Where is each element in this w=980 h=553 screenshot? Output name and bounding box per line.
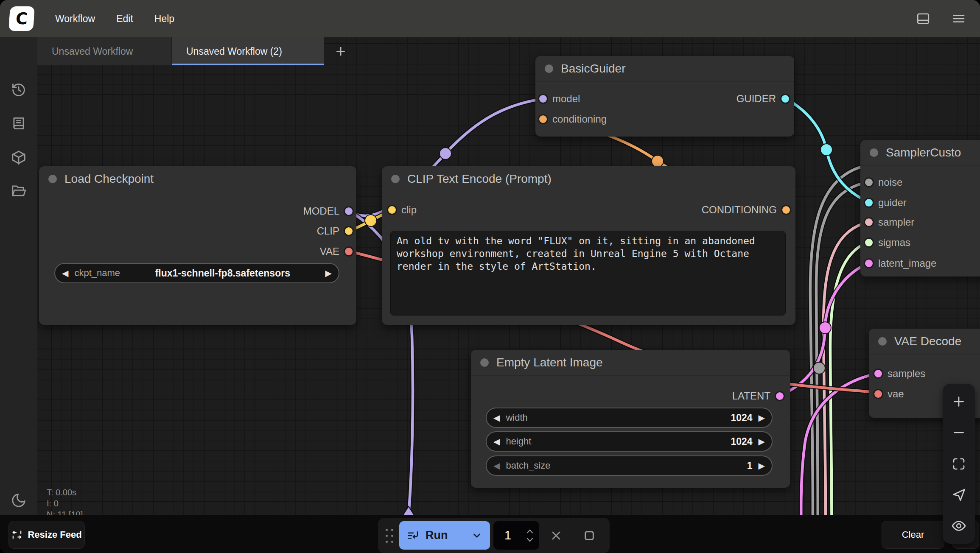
input-slot-conditioning[interactable]: conditioning xyxy=(539,113,607,125)
input-dot-clip[interactable] xyxy=(388,206,396,214)
fit-view-icon[interactable] xyxy=(951,456,966,472)
output-slot-latent[interactable]: LATENT xyxy=(732,390,784,402)
input-slot-samples[interactable]: samples xyxy=(874,368,925,379)
input-slot-model[interactable]: model xyxy=(539,93,580,104)
node-clip-text-encode[interactable]: CLIP Text Encode (Prompt) clip CONDITION… xyxy=(382,166,795,325)
bottom-panel-toggle-icon[interactable] xyxy=(916,11,931,26)
history-icon[interactable] xyxy=(11,82,27,98)
input-dot-conditioning[interactable] xyxy=(539,115,547,123)
input-slot-vae[interactable]: vae xyxy=(874,388,904,399)
output-slot-clip[interactable]: CLIP xyxy=(317,225,353,237)
node-header[interactable]: Load Checkpoint xyxy=(39,166,356,192)
tab-unsaved-workflow-2[interactable]: Unsaved Workflow (2) xyxy=(172,37,324,65)
widget-next-icon[interactable]: ▶ xyxy=(759,461,765,470)
batch-size-widget[interactable]: ◀ batch_size 1 ▶ xyxy=(486,455,773,476)
toggle-visibility-eye-icon[interactable] xyxy=(951,518,966,533)
output-dot-latent[interactable] xyxy=(776,392,784,400)
pan-navigate-icon[interactable] xyxy=(951,487,966,503)
input-dot-sampler[interactable] xyxy=(865,218,873,226)
input-slot-clip[interactable]: clip xyxy=(388,204,417,215)
height-widget[interactable]: ◀ height 1024 ▶ xyxy=(486,431,773,452)
node-library-icon[interactable] xyxy=(11,115,27,131)
node-status-dot xyxy=(545,64,553,73)
input-slot-guider[interactable]: guider xyxy=(865,197,907,208)
widget-next-icon[interactable]: ▶ xyxy=(759,413,765,422)
node-status-dot xyxy=(870,148,878,157)
node-title: Load Checkpoint xyxy=(64,172,154,186)
widget-prev-icon[interactable]: ◀ xyxy=(493,461,500,470)
input-slot-sigmas[interactable]: sigmas xyxy=(865,237,910,248)
run-button[interactable]: Run xyxy=(399,521,490,550)
stop-queue-icon[interactable] xyxy=(582,529,596,542)
widget-prev-icon[interactable]: ◀ xyxy=(493,437,500,446)
spinner-down-icon[interactable] xyxy=(526,537,534,543)
menu-workflow[interactable]: Workflow xyxy=(55,13,95,25)
widget-next-icon[interactable]: ▶ xyxy=(325,269,332,277)
output-slot-guider[interactable]: GUIDER xyxy=(736,93,789,104)
prompt-textarea[interactable]: An old tv with the word "FLUX" on it, si… xyxy=(390,231,786,316)
node-basic-guider[interactable]: BasicGuider model conditioning GUIDER xyxy=(535,56,794,137)
menu-edit[interactable]: Edit xyxy=(116,13,133,25)
output-slot-conditioning[interactable]: CONDITIONING xyxy=(702,204,790,215)
output-dot-vae[interactable] xyxy=(345,248,353,255)
ckpt-name-widget[interactable]: ◀ ckpt_name flux1-schnell-fp8.safetensor… xyxy=(54,263,339,283)
node-sampler-custom-advanced[interactable]: SamplerCusto noise guider sampler sigmas… xyxy=(860,140,980,276)
node-header[interactable]: VAE Decode xyxy=(869,329,980,355)
node-status-dot xyxy=(391,175,400,183)
output-dot-model[interactable] xyxy=(345,207,353,215)
widget-value[interactable]: 1024 xyxy=(731,412,752,424)
zoom-in-icon[interactable] xyxy=(951,394,966,409)
output-slot-model[interactable]: MODEL xyxy=(303,205,353,217)
widget-prev-icon[interactable]: ◀ xyxy=(493,413,500,422)
node-empty-latent-image[interactable]: Empty Latent Image LATENT ◀ width 1024 ▶… xyxy=(471,350,790,488)
tab-unsaved-workflow[interactable]: Unsaved Workflow xyxy=(37,37,172,65)
node-title: SamplerCusto xyxy=(886,146,961,159)
output-dot-clip[interactable] xyxy=(345,227,353,235)
cancel-run-icon[interactable] xyxy=(549,529,563,542)
new-workflow-tab-button[interactable]: + xyxy=(324,37,358,65)
spinner-up-icon[interactable] xyxy=(526,528,534,534)
workflows-folder-icon[interactable] xyxy=(11,183,27,199)
widget-value[interactable]: 1 xyxy=(747,460,753,472)
node-header[interactable]: SamplerCusto xyxy=(860,140,980,166)
node-title: VAE Decode xyxy=(894,335,961,348)
clear-button[interactable]: Clear xyxy=(882,521,944,549)
input-dot-noise[interactable] xyxy=(865,179,873,186)
output-dot-guider[interactable] xyxy=(781,95,789,103)
input-dot-latent-image[interactable] xyxy=(865,260,873,267)
workflow-tabs: Unsaved Workflow Unsaved Workflow (2) + xyxy=(37,37,358,65)
output-slot-vae[interactable]: VAE xyxy=(320,246,353,257)
node-load-checkpoint[interactable]: Load Checkpoint MODEL CLIP VAE ◀ ckpt_na… xyxy=(39,166,356,325)
input-dot-samples[interactable] xyxy=(874,370,882,377)
widget-next-icon[interactable]: ▶ xyxy=(759,437,765,446)
drag-handle[interactable] xyxy=(384,527,395,545)
widget-prev-icon[interactable]: ◀ xyxy=(62,269,68,277)
widget-value[interactable]: 1024 xyxy=(731,436,752,447)
widget-label: ckpt_name xyxy=(74,268,120,279)
output-dot-conditioning[interactable] xyxy=(782,206,790,214)
hamburger-menu-icon[interactable] xyxy=(951,11,966,26)
input-dot-vae[interactable] xyxy=(874,390,882,398)
status-time: T: 0.00s xyxy=(47,487,83,498)
node-header[interactable]: BasicGuider xyxy=(535,56,794,82)
input-slot-latent-image[interactable]: latent_image xyxy=(865,257,936,269)
input-dot-sigmas[interactable] xyxy=(865,239,873,246)
node-header[interactable]: CLIP Text Encode (Prompt) xyxy=(382,166,795,192)
resize-feed-button[interactable]: Resize Feed xyxy=(8,521,85,549)
comfyui-logo[interactable]: C xyxy=(8,6,35,31)
model-library-icon[interactable] xyxy=(11,149,27,165)
comfyui-window: T: 0.00s I: 0 N: 11 [10] Load Checkpoint… xyxy=(0,0,980,553)
input-slot-sampler[interactable]: sampler xyxy=(865,216,914,228)
input-slot-noise[interactable]: noise xyxy=(865,176,902,188)
input-dot-guider[interactable] xyxy=(865,199,873,207)
input-dot-model[interactable] xyxy=(539,95,547,103)
widget-value[interactable]: flux1-schnell-fp8.safetensors xyxy=(155,268,290,279)
zoom-out-icon[interactable] xyxy=(951,425,966,440)
queue-run-icon xyxy=(407,529,420,542)
chevron-down-icon[interactable] xyxy=(471,530,482,541)
batch-count-input[interactable]: 1 xyxy=(493,521,539,550)
theme-moon-icon[interactable] xyxy=(11,492,27,508)
node-header[interactable]: Empty Latent Image xyxy=(471,350,790,376)
width-widget[interactable]: ◀ width 1024 ▶ xyxy=(486,408,773,428)
menu-help[interactable]: Help xyxy=(154,13,174,25)
